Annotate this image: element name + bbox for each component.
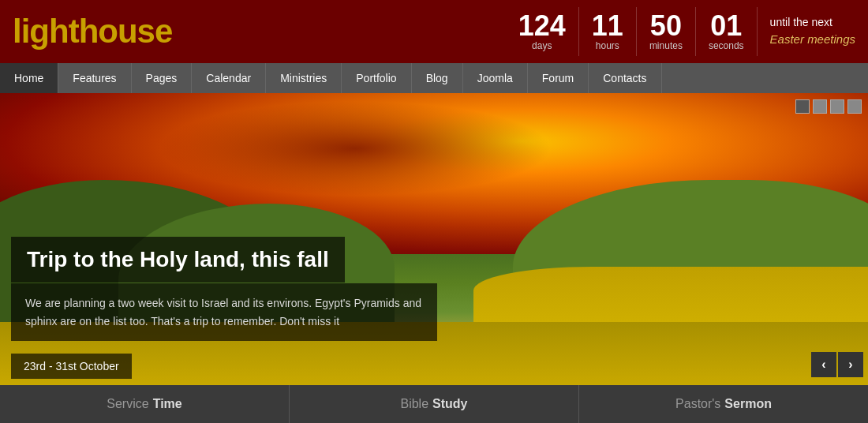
footer-bible-study[interactable]: Bible Study bbox=[290, 385, 579, 423]
header: lighthouse 124 days 11 hours 50 minutes … bbox=[0, 0, 868, 63]
slider-prev-button[interactable]: ‹ bbox=[811, 352, 836, 377]
footer-sermon-label: Sermon bbox=[724, 397, 772, 411]
nav-item-pages[interactable]: Pages bbox=[132, 63, 193, 93]
days-label: days bbox=[518, 40, 566, 51]
countdown-seconds: 01 seconds bbox=[696, 7, 758, 56]
hours-label: hours bbox=[592, 40, 623, 51]
until-text: until the next bbox=[770, 14, 855, 31]
slide-dot-2[interactable] bbox=[813, 99, 827, 114]
footer-time-label: Time bbox=[153, 397, 182, 411]
footer-service-label: Service bbox=[107, 397, 148, 411]
minutes-number: 50 bbox=[649, 12, 683, 40]
nav-item-calendar[interactable]: Calendar bbox=[192, 63, 266, 93]
countdown-minutes: 50 minutes bbox=[637, 7, 696, 56]
seconds-label: seconds bbox=[709, 40, 744, 51]
nav-item-home[interactable]: Home bbox=[0, 63, 58, 93]
slide-dot-1[interactable] bbox=[795, 99, 810, 114]
countdown-hours: 11 hours bbox=[579, 7, 637, 56]
slide-dot-3[interactable] bbox=[830, 99, 844, 114]
countdown-text: until the next Easter meetings bbox=[758, 14, 855, 49]
nav-item-features[interactable]: Features bbox=[58, 63, 131, 93]
hours-number: 11 bbox=[592, 12, 623, 40]
footer-bar: Service Time Bible Study Pastor's Sermon bbox=[0, 385, 868, 423]
nav-item-joomla[interactable]: Joomla bbox=[463, 63, 528, 93]
logo-light: light bbox=[13, 13, 79, 50]
nav-item-portfolio[interactable]: Portfolio bbox=[342, 63, 411, 93]
cloud-layer bbox=[158, 101, 552, 196]
days-number: 124 bbox=[518, 12, 566, 40]
nav-item-forum[interactable]: Forum bbox=[528, 63, 589, 93]
minutes-label: minutes bbox=[649, 40, 683, 51]
countdown: 124 days 11 hours 50 minutes 01 seconds … bbox=[506, 7, 855, 56]
slide-description: We are planning a two week visit to Isra… bbox=[25, 294, 423, 330]
footer-pastor-sermon[interactable]: Pastor's Sermon bbox=[579, 385, 868, 423]
slide-indicators bbox=[795, 99, 862, 114]
logo-house: house bbox=[79, 13, 173, 50]
slider: Trip to the Holy land, this fall We are … bbox=[0, 93, 868, 385]
slide-title: Trip to the Holy land, this fall bbox=[27, 246, 329, 273]
slide-dot-4[interactable] bbox=[847, 99, 862, 114]
nav-item-ministries[interactable]: Ministries bbox=[266, 63, 342, 93]
footer-study-label: Study bbox=[432, 397, 467, 411]
navbar: Home Features Pages Calendar Ministries … bbox=[0, 63, 868, 93]
slide-desc-box: We are planning a two week visit to Isra… bbox=[11, 283, 437, 341]
event-text: Easter meetings bbox=[770, 31, 855, 49]
seconds-number: 01 bbox=[709, 12, 744, 40]
slide-date-box: 23rd - 31st October bbox=[11, 354, 132, 379]
logo[interactable]: lighthouse bbox=[13, 13, 172, 51]
nav-item-contacts[interactable]: Contacts bbox=[589, 63, 661, 93]
footer-pastor-label: Pastor's bbox=[675, 397, 720, 411]
slider-next-button[interactable]: › bbox=[838, 352, 863, 377]
footer-service-time[interactable]: Service Time bbox=[0, 385, 290, 423]
slide-date: 23rd - 31st October bbox=[24, 360, 119, 372]
countdown-days: 124 days bbox=[506, 7, 579, 56]
footer-bible-label: Bible bbox=[400, 397, 428, 411]
slide-title-box: Trip to the Holy land, this fall bbox=[11, 237, 345, 283]
nav-item-blog[interactable]: Blog bbox=[412, 63, 463, 93]
